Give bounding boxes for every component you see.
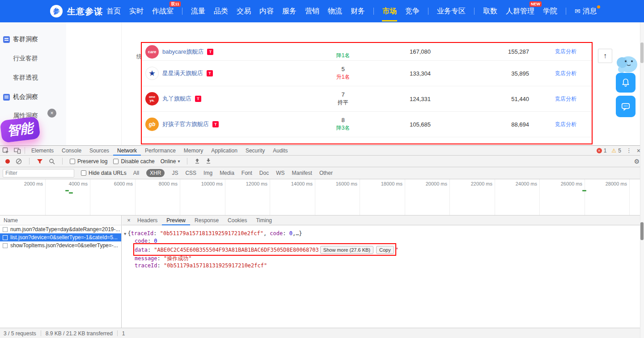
request-row[interactable]: num.json?dateType=day&dateRange=2019-... — [0, 225, 121, 233]
filter-other[interactable]: Other — [319, 170, 333, 176]
competitor-analysis-link[interactable]: 竞店分析 — [540, 121, 592, 128]
tab-security[interactable]: Security — [242, 146, 269, 156]
detail-tab-timing[interactable]: Timing — [251, 215, 276, 225]
store-name-link[interactable]: 星星满天旗舰店 — [162, 69, 203, 77]
filter-media[interactable]: Media — [220, 170, 234, 176]
competitor-analysis-link[interactable]: 竞店分析 — [540, 48, 592, 55]
sidebar-item-opportunity-insight[interactable]: 机会洞察 — [3, 93, 38, 101]
store-name-link[interactable]: babycare旗舰店 — [162, 48, 203, 56]
scrollbar-thumb[interactable] — [640, 42, 644, 63]
filter-doc[interactable]: Doc — [259, 170, 269, 176]
search-icon[interactable] — [49, 158, 55, 165]
nav-item-home[interactable]: 首页 — [106, 0, 121, 22]
nav-item-finance[interactable]: 财务 — [351, 0, 365, 22]
close-icon: × — [50, 110, 53, 116]
detail-tab-cookies[interactable]: Cookies — [223, 215, 251, 225]
filter-css[interactable]: CSS — [185, 170, 196, 176]
export-har-icon[interactable] — [206, 158, 211, 164]
nav-item-realtime[interactable]: 实时 — [129, 0, 144, 22]
preserve-log-checkbox[interactable]: Preserve log — [70, 158, 107, 165]
clear-icon[interactable] — [16, 158, 22, 165]
filter-xhr[interactable]: XHR — [146, 169, 165, 177]
scrollbar[interactable] — [640, 22, 644, 338]
request-row-selected[interactable]: list.json?device=0&sellerType=-1&cateId=… — [0, 233, 121, 241]
network-filter-input[interactable] — [3, 169, 74, 177]
chat-button[interactable] — [616, 96, 636, 117]
table-row[interactable]: gb好孩子官方旗舰店T 8降3名 105,685 88,694 竞店分析 — [142, 112, 592, 137]
store-name-link[interactable]: 丸丫旗舰店 — [162, 95, 191, 103]
filter-font[interactable]: Font — [242, 170, 252, 176]
table-row[interactable]: one ya.丸丫旗舰店T 7持平 124,331 51,440 竞店分析 — [142, 86, 592, 112]
sidebar-item-customer-insight[interactable]: 客群洞察 — [3, 35, 38, 44]
competitor-analysis-link[interactable]: 竞店分析 — [540, 95, 592, 103]
nav-item-service[interactable]: 服务 — [282, 0, 297, 22]
nav-item-crowd-management[interactable]: 人群管理NEW — [506, 0, 534, 22]
disable-cache-checkbox[interactable]: Disable cache — [113, 158, 154, 165]
detail-tab-headers[interactable]: Headers — [133, 215, 162, 225]
promo-sticker: 智能 — [0, 116, 41, 143]
record-button[interactable] — [5, 159, 10, 164]
gear-icon[interactable]: ⚙ — [634, 158, 640, 165]
device-toolbar-button[interactable] — [12, 146, 23, 156]
tab-audits[interactable]: Audits — [269, 146, 292, 156]
sidebar-item-customer-perspective[interactable]: 客群透视 — [13, 73, 38, 82]
inspect-element-button[interactable] — [0, 146, 12, 156]
throttling-dropdown[interactable]: Online▾ — [161, 158, 180, 165]
show-more-button[interactable]: Show more (27.6 KB) — [320, 246, 373, 254]
nav-item-messages[interactable]: ✉消息 — [575, 0, 597, 22]
nav-item-war-room[interactable]: 作战室双11 — [152, 0, 174, 22]
filter-js[interactable]: JS — [172, 170, 178, 176]
devtools-menu-button[interactable]: ⋮ — [626, 147, 632, 154]
scrollbar-thumb[interactable] — [640, 222, 644, 240]
json-root-line[interactable]: ▼{traceId: "0b51179a15718131925917210e2f… — [124, 230, 302, 237]
nav-item-competition[interactable]: 竞争 — [405, 0, 419, 22]
filter-manifest[interactable]: Manifest — [292, 170, 312, 176]
nav-item-business-zone[interactable]: 业务专区 — [437, 0, 466, 22]
request-list-header[interactable]: Name — [0, 215, 121, 225]
tmall-icon: T — [212, 121, 219, 127]
detail-tab-preview[interactable]: Preview — [162, 215, 190, 225]
disable-cache-label: Disable cache — [121, 158, 154, 165]
back-to-top-button[interactable]: ↑ — [598, 49, 612, 63]
filter-all[interactable]: All — [133, 170, 139, 176]
tab-memory[interactable]: Memory — [180, 146, 207, 156]
competitor-analysis-link[interactable]: 竞店分析 — [540, 70, 592, 77]
store-name-link[interactable]: 好孩子官方旗舰店 — [162, 120, 209, 128]
tab-performance[interactable]: Performance — [141, 146, 180, 156]
expand-icon[interactable]: ▼ — [124, 232, 126, 236]
tab-application[interactable]: Application — [207, 146, 242, 156]
nav-item-trade[interactable]: 交易 — [237, 0, 251, 22]
nav-item-content[interactable]: 内容 — [259, 0, 274, 22]
close-detail-button[interactable]: × — [125, 217, 133, 224]
nav-item-marketing[interactable]: 营销 — [305, 0, 319, 22]
tab-sources[interactable]: Sources — [85, 146, 113, 156]
network-timeline[interactable]: 2000 ms 4000 ms 6000 ms 8000 ms 10000 ms… — [0, 179, 644, 215]
nav-item-traffic[interactable]: 流量 — [191, 0, 205, 22]
file-icon — [3, 227, 8, 232]
error-count-badge[interactable]: ×1 — [597, 148, 607, 154]
warning-count-badge[interactable]: ⚠5 — [611, 148, 621, 154]
chat-icon — [621, 101, 631, 111]
filter-icon[interactable] — [37, 159, 43, 164]
tab-network[interactable]: Network — [113, 146, 141, 156]
filter-img[interactable]: Img — [203, 170, 212, 176]
sticker-close-button[interactable]: × — [47, 109, 56, 118]
nav-item-academy[interactable]: 学院 — [543, 0, 557, 22]
nav-item-logistics[interactable]: 物流 — [328, 0, 342, 22]
store-logo: care — [145, 45, 159, 59]
rank-trend: 持平 — [316, 99, 370, 106]
nav-item-category[interactable]: 品类 — [214, 0, 228, 22]
filter-ws[interactable]: WS — [276, 170, 284, 176]
nav-item-data-fetch[interactable]: 取数 — [483, 0, 497, 22]
request-row[interactable]: showTopItems.json?device=0&sellerType=-.… — [0, 241, 121, 249]
nav-item-market[interactable]: 市场 — [382, 0, 397, 22]
tab-console[interactable]: Console — [58, 146, 85, 156]
table-row[interactable]: carebabycare旗舰店T 降1名 167,080 155,287 竞店分… — [142, 43, 592, 61]
tab-elements[interactable]: Elements — [27, 146, 58, 156]
sidebar-item-industry-customer[interactable]: 行业客群 — [13, 54, 38, 63]
import-har-icon[interactable] — [195, 158, 200, 164]
detail-tab-response[interactable]: Response — [190, 215, 223, 225]
table-row[interactable]: ★星星满天旗舰店T 5升1名 133,304 35,895 竞店分析 — [142, 61, 592, 86]
hide-data-urls-checkbox[interactable]: Hide data URLs — [81, 170, 127, 176]
copy-button[interactable]: Copy — [376, 246, 394, 254]
